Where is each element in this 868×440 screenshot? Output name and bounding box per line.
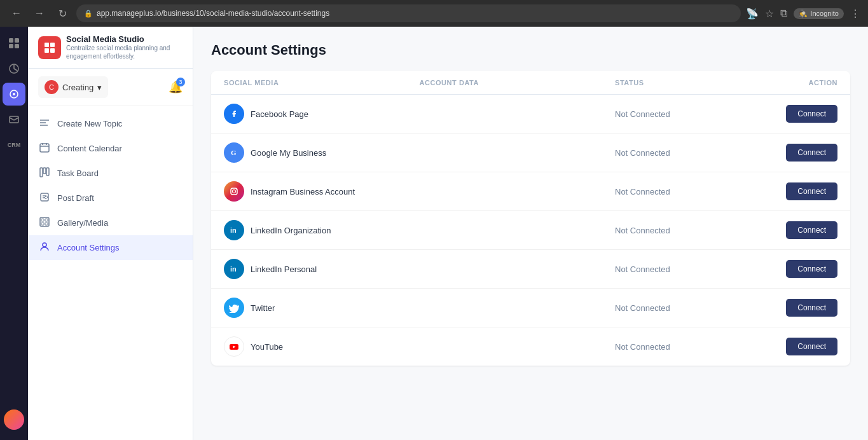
connect-button-linkedin-org[interactable]: Connect — [786, 221, 837, 239]
action-gmb: Connect — [742, 144, 837, 162]
reload-button[interactable]: ↻ — [53, 4, 71, 22]
social-media-cell-linkedin-org: in LinkedIn Organization — [224, 220, 420, 240]
url-text: app.manageplus.io/business/10/social-med… — [97, 9, 329, 18]
sidebar-icon-crm[interactable]: CRM — [3, 134, 25, 156]
table-header: SOCIAL MEDIA ACCOUNT DATA STATUS ACTION — [211, 71, 850, 95]
svg-text:in: in — [230, 226, 237, 234]
svg-rect-2 — [9, 44, 13, 48]
facebook-icon — [224, 104, 244, 124]
connect-button-facebook[interactable]: Connect — [786, 105, 837, 123]
nav-item-gallery-media[interactable]: Gallery/Media — [28, 210, 193, 235]
sidebar-icon-social[interactable] — [3, 83, 25, 106]
url-bar[interactable]: 🔒 app.manageplus.io/business/10/social-m… — [76, 4, 741, 22]
page-title: Account Settings — [211, 42, 850, 58]
browser-actions: 📡 ☆ ⧉ 🕵 Incognito ⋮ — [746, 8, 860, 20]
app-name: Social Media Studio — [66, 34, 183, 44]
creating-label: Creating — [62, 83, 93, 92]
nav-label-post-draft: Post Draft — [57, 193, 94, 203]
forward-button[interactable]: → — [31, 4, 48, 22]
menu-button[interactable]: ⋮ — [850, 8, 860, 20]
nav-label-account-settings: Account Settings — [57, 243, 120, 252]
cast-button[interactable]: 📡 — [746, 8, 759, 20]
col-action: ACTION — [742, 79, 837, 86]
svg-rect-26 — [41, 219, 44, 221]
status-twitter: Not Connected — [615, 303, 742, 313]
svg-point-34 — [236, 189, 237, 190]
creating-dropdown[interactable]: C Creating ▾ — [38, 76, 108, 98]
connect-button-instagram[interactable]: Connect — [786, 182, 837, 200]
nav-item-content-calendar[interactable]: Content Calendar — [28, 136, 193, 161]
browser-bar: ← → ↻ 🔒 app.manageplus.io/business/10/so… — [0, 0, 868, 27]
split-button[interactable]: ⧉ — [780, 8, 787, 19]
svg-rect-10 — [45, 48, 49, 53]
account-settings-icon — [38, 242, 51, 254]
linkedin-personal-icon: in — [224, 259, 244, 279]
social-media-cell-twitter: Twitter — [224, 298, 420, 318]
sidebar-icon-grid[interactable] — [3, 32, 25, 55]
nav-item-task-board[interactable]: Task Board — [28, 161, 193, 186]
app-info: Social Media Studio Centralize social me… — [66, 34, 183, 60]
action-youtube: Connect — [742, 338, 837, 355]
table-row: YouTube Not Connected Connect — [211, 327, 850, 366]
youtube-icon — [224, 336, 244, 357]
nav-label-task-board: Task Board — [57, 168, 99, 178]
sidebar-icon-analytics[interactable] — [3, 57, 25, 80]
platform-name-instagram: Instagram Business Account — [251, 187, 355, 196]
incognito-label: Incognito — [810, 10, 839, 17]
bookmark-button[interactable]: ☆ — [765, 8, 774, 20]
status-linkedin-personal: Not Connected — [615, 265, 742, 274]
gmb-icon: G — [224, 142, 244, 163]
notification-bell[interactable]: 🔔 3 — [169, 80, 183, 94]
svg-point-6 — [13, 93, 15, 95]
incognito-badge: 🕵 Incognito — [794, 8, 844, 19]
icon-sidebar: CRM — [0, 27, 28, 440]
svg-rect-9 — [50, 43, 55, 47]
gallery-media-icon — [38, 217, 51, 229]
svg-rect-19 — [40, 168, 43, 177]
lock-icon: 🔒 — [84, 10, 93, 18]
svg-text:in: in — [230, 265, 237, 273]
sidebar-app-header: Social Media Studio Centralize social me… — [28, 27, 193, 69]
connect-button-linkedin-personal[interactable]: Connect — [786, 260, 837, 278]
connect-button-youtube[interactable]: Connect — [786, 338, 837, 355]
platform-name-gmb: Google My Business — [251, 148, 326, 158]
left-sidebar: Social Media Studio Centralize social me… — [28, 27, 193, 440]
action-facebook: Connect — [742, 105, 837, 123]
app-desc: Centralize social media planning and eng… — [66, 44, 183, 60]
nav-item-post-draft[interactable]: Post Draft — [28, 186, 193, 210]
sidebar-icon-email[interactable] — [3, 108, 25, 131]
creating-icon: C — [45, 80, 59, 94]
connect-button-twitter[interactable]: Connect — [786, 299, 837, 317]
twitter-icon — [224, 298, 244, 318]
account-settings-table: SOCIAL MEDIA ACCOUNT DATA STATUS ACTION … — [211, 71, 850, 366]
svg-rect-21 — [46, 168, 49, 175]
social-media-cell-youtube: YouTube — [224, 336, 420, 357]
table-row: G Google My Business Not Connected Conne… — [211, 134, 850, 172]
app-icon — [38, 36, 61, 59]
col-status: STATUS — [615, 79, 742, 86]
main-content: Account Settings SOCIAL MEDIA ACCOUNT DA… — [193, 27, 868, 440]
nav-label-gallery-media: Gallery/Media — [57, 218, 108, 228]
table-row: in LinkedIn Organization Not Connected C… — [211, 211, 850, 250]
svg-rect-15 — [40, 144, 49, 152]
nav-item-account-settings[interactable]: Account Settings — [28, 235, 193, 260]
social-media-cell-gmb: G Google My Business — [224, 142, 420, 163]
status-youtube: Not Connected — [615, 342, 742, 352]
user-avatar[interactable] — [4, 409, 24, 430]
instagram-icon — [224, 181, 244, 202]
create-topic-icon — [38, 118, 51, 130]
svg-rect-22 — [41, 193, 48, 201]
task-board-icon — [38, 167, 51, 179]
platform-name-facebook: Facebook Page — [251, 109, 308, 119]
social-media-cell-instagram: Instagram Business Account — [224, 181, 420, 202]
platform-name-linkedin-personal: LinkedIn Personal — [251, 265, 317, 274]
table-row: Instagram Business Account Not Connected… — [211, 172, 850, 211]
action-linkedin-org: Connect — [742, 221, 837, 239]
svg-rect-11 — [50, 48, 55, 53]
table-row: Facebook Page Not Connected Connect — [211, 95, 850, 134]
connect-button-gmb[interactable]: Connect — [786, 144, 837, 162]
svg-rect-28 — [41, 223, 44, 225]
platform-name-linkedin-org: LinkedIn Organization — [251, 226, 331, 235]
nav-item-create-new-topic[interactable]: Create New Topic — [28, 111, 193, 136]
back-button[interactable]: ← — [8, 4, 25, 22]
